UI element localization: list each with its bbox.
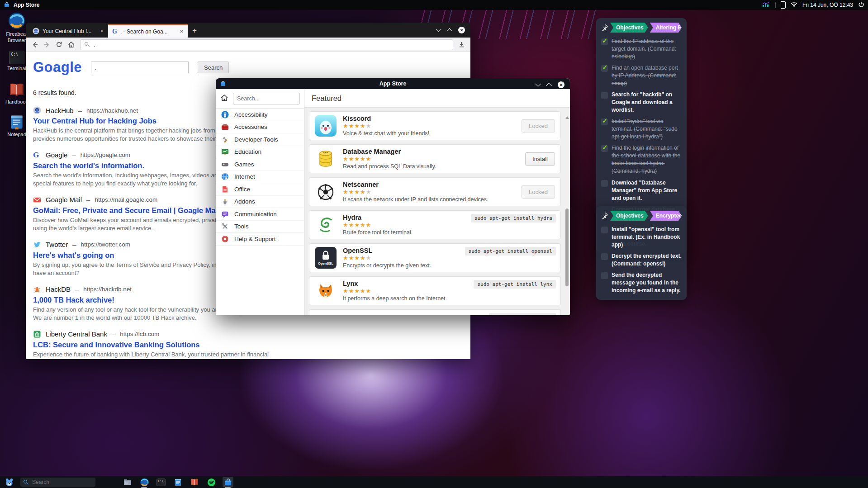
category-accessories[interactable]: Accessories (216, 121, 304, 134)
category-internet[interactable]: Internet (216, 171, 304, 184)
pin-icon[interactable] (601, 24, 608, 31)
tab-close-icon[interactable] (100, 28, 104, 33)
app-card-partial[interactable]: sudo apt-get install (309, 309, 561, 315)
phone-icon[interactable] (781, 1, 786, 9)
app-description: It scans the network under IP and lists … (343, 196, 515, 203)
scrollbar[interactable] (565, 113, 569, 313)
taskbar-search[interactable] (20, 478, 95, 487)
category-education[interactable]: Education (216, 146, 304, 159)
url-input[interactable] (93, 41, 449, 48)
checkbox[interactable] (601, 145, 608, 152)
downloads-icon[interactable] (458, 41, 465, 48)
tab-hackhub[interactable]: Your Central Hub f... (28, 24, 108, 38)
app-list: Kisscord ★★★★★ Voice & text chat with yo… (304, 108, 570, 315)
install-button[interactable]: Install (525, 152, 555, 166)
category-accessibility[interactable]: Accessibility (216, 109, 304, 121)
system-monitor-icon[interactable] (762, 1, 770, 9)
app-name: Kisscord (343, 115, 515, 122)
app-name: Database Manager (343, 148, 519, 155)
search-result-lcb: Liberty Central Bank – https://lcb.com L… (33, 330, 470, 359)
checkbox[interactable] (601, 227, 608, 233)
taskbar-notepad-icon[interactable] (172, 477, 183, 488)
checkbox[interactable] (601, 272, 608, 279)
result-url[interactable]: https://twotter.com (81, 241, 131, 248)
app-card-openssl[interactable]: OpenSSL OpenSSL ★★★★★ Encrypts or decryp… (309, 243, 561, 272)
app-store-titlebar[interactable]: App Store (216, 78, 570, 89)
start-button[interactable] (4, 477, 14, 488)
refresh-icon[interactable] (56, 41, 62, 48)
url-bar[interactable] (80, 39, 453, 50)
home-icon[interactable] (220, 93, 229, 104)
taskbar-files-icon[interactable] (122, 477, 133, 488)
tab-close-icon[interactable] (180, 29, 184, 34)
separator: – (72, 241, 76, 248)
maximize-icon[interactable] (446, 28, 452, 34)
desktop-icon-label: Fireabear Browser (6, 31, 27, 43)
result-url[interactable]: https://goagle.com (81, 152, 130, 158)
minimize-icon[interactable] (436, 26, 441, 32)
result-url[interactable]: https://hackhub.net (86, 107, 138, 114)
checkbox[interactable] (601, 253, 608, 260)
objective-item: Install "hydra" tool via terminal. (Comm… (601, 118, 682, 141)
app-card-lynx[interactable]: Lynx ★★★★★ It performs a deep search on … (309, 276, 561, 305)
active-app-name[interactable]: App Store (14, 2, 39, 8)
goagle-icon (33, 151, 41, 159)
tab-goagle-search[interactable]: . - Search on Goa... (108, 24, 188, 38)
browser-toolbar (26, 38, 470, 52)
result-url[interactable]: https://mail.goagle.com (95, 196, 157, 203)
home-icon[interactable] (67, 41, 75, 48)
checkbox[interactable] (601, 92, 608, 99)
communication-icon (221, 210, 229, 218)
category-communication[interactable]: Communication (216, 208, 304, 221)
locked-button[interactable]: Locked (522, 119, 555, 133)
taskbar-app-store-icon[interactable] (223, 477, 233, 488)
checkbox[interactable] (601, 38, 608, 45)
result-url[interactable]: https://hackdb.net (83, 286, 132, 293)
result-site: Goagle Mail (46, 196, 82, 204)
category-developer-tools[interactable]: Developer Tools (216, 133, 304, 146)
locked-button[interactable]: Locked (522, 185, 555, 199)
checkbox[interactable] (601, 180, 608, 187)
minimize-icon[interactable] (535, 81, 541, 87)
goagle-search-input[interactable] (91, 62, 189, 73)
taskbar-handbook-icon[interactable] (189, 477, 200, 488)
power-icon[interactable] (858, 1, 864, 9)
category-tools[interactable]: Tools (216, 221, 304, 233)
close-icon[interactable] (558, 81, 564, 88)
forward-icon[interactable] (43, 41, 51, 48)
separator: – (78, 107, 82, 114)
category-office[interactable]: Office (216, 183, 304, 196)
scrollbar-thumb[interactable] (565, 208, 569, 286)
clock[interactable]: Fri 14 Jun, ÖÖ 12:43 (802, 2, 853, 8)
taskbar-search-input[interactable] (31, 479, 92, 486)
checkbox[interactable] (601, 65, 608, 72)
wifi-icon[interactable] (791, 2, 797, 9)
app-card-database-manager[interactable]: Database Manager ★★★★★ Read and process … (309, 144, 561, 173)
close-icon[interactable] (458, 27, 465, 33)
maximize-icon[interactable] (546, 83, 552, 89)
app-card-netscanner[interactable]: Netscanner ★★★★★ It scans the network un… (309, 177, 561, 206)
app-store-search-input[interactable] (233, 93, 300, 104)
checkbox[interactable] (601, 118, 608, 125)
goagle-search-button[interactable]: Search (198, 62, 229, 73)
category-games[interactable]: Games (216, 158, 304, 171)
category-label: Tools (234, 223, 249, 230)
taskbar-terminal-icon[interactable] (156, 477, 166, 488)
taskbar-music-icon[interactable] (206, 477, 217, 488)
category-addons[interactable]: Addons (216, 196, 304, 208)
pin-icon[interactable] (601, 212, 608, 219)
app-card-hydra[interactable]: Hydra ★★★★★ Brute force tool for termina… (309, 210, 561, 239)
accessibility-icon (221, 111, 229, 118)
back-icon[interactable] (31, 41, 38, 48)
scroll-up-icon[interactable] (565, 116, 569, 119)
app-card-kisscord[interactable]: Kisscord ★★★★★ Voice & text chat with yo… (309, 111, 561, 140)
result-site: HackDB (46, 285, 71, 293)
category-help-support[interactable]: Help & Support (216, 233, 304, 246)
bird-icon (33, 241, 41, 249)
result-url[interactable]: https://lcb.com (120, 331, 159, 337)
result-title-link[interactable]: LCB: Secure and Innovative Banking Solut… (33, 341, 470, 349)
new-tab-button[interactable]: + (192, 26, 197, 35)
taskbar-fireabear-icon[interactable] (139, 477, 150, 488)
category-label: Games (234, 161, 254, 168)
accessories-icon (221, 123, 229, 131)
